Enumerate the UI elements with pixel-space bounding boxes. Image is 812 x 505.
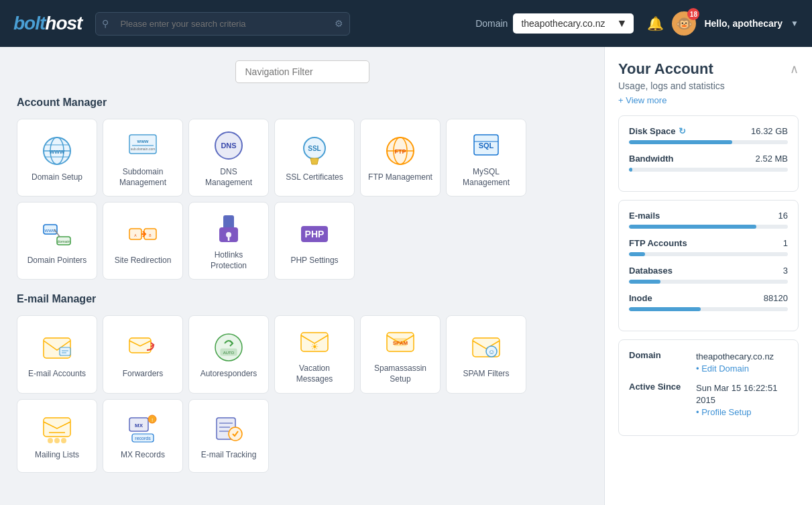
refresh-icon[interactable]: ↻	[679, 126, 686, 136]
domain-info-active-row: Active Since Sun Mar 15 16:22:51 2015 • …	[629, 382, 788, 417]
card-ssl-certificates[interactable]: SSL SSL Certificates	[274, 119, 355, 197]
svg-text:WWW: WWW	[50, 149, 65, 155]
svg-point-42	[215, 334, 242, 361]
svg-text:☺: ☺	[488, 348, 495, 355]
svg-text:AUTO: AUTO	[223, 351, 235, 355]
forwarder-icon	[127, 331, 159, 363]
card-vacation-messages[interactable]: ☀ Vacation Messages	[274, 315, 355, 393]
vacation-icon: ☀	[298, 326, 331, 358]
your-account-subtitle: Usage, logs and statistics	[618, 80, 799, 91]
card-email-accounts-label: E-mail Accounts	[28, 369, 86, 380]
domain-section: Domain theapothecary.co.nz ▼	[475, 13, 634, 34]
svg-text:☀: ☀	[310, 341, 319, 352]
edit-domain-link[interactable]: • Edit Domain	[696, 363, 774, 374]
inode-label: Inode	[629, 293, 652, 303]
domain-label: Domain	[475, 18, 508, 29]
card-dns-label: DNS Management	[196, 167, 262, 188]
domain-info-domain-value: theapothecary.co.nz	[696, 351, 774, 361]
spamfilter-icon: ☺	[470, 331, 502, 363]
databases-progress	[629, 280, 788, 284]
account-manager-title: Account Manager	[17, 97, 587, 109]
ftp-fill	[629, 252, 645, 256]
card-subdomain-management[interactable]: WWW sub.domain.com Subdomain Management	[103, 119, 183, 197]
card-email-tracking[interactable]: E-mail Tracking	[188, 399, 269, 473]
hotlink-icon	[213, 213, 245, 245]
card-domain-setup[interactable]: WWW Domain Setup	[17, 119, 97, 197]
svg-text:SQL: SQL	[479, 142, 494, 150]
counts-card: E-mails 16 FTP Accounts 1 Databases 3 In…	[618, 200, 799, 331]
inode-row: Inode 88120	[629, 293, 788, 303]
card-mailing-lists-label: Mailing Lists	[35, 450, 79, 461]
disk-space-fill	[629, 140, 732, 144]
search-input[interactable]	[95, 12, 350, 36]
card-site-redirection-label: Site Redirection	[115, 256, 172, 266]
databases-fill	[629, 280, 660, 284]
domain-select[interactable]: theapothecary.co.nz	[513, 13, 634, 34]
svg-text:WWW: WWW	[137, 139, 149, 144]
emails-label: E-mails	[629, 211, 660, 221]
card-forwarders[interactable]: Forwarders	[103, 315, 183, 393]
view-more-link[interactable]: + View more	[618, 95, 799, 105]
card-php-label: PHP Settings	[290, 256, 338, 266]
card-subdomain-label: Subdomain Management	[110, 167, 176, 188]
profile-setup-link[interactable]: • Profile Setup	[696, 407, 788, 417]
card-forwarders-label: Forwarders	[123, 369, 164, 380]
email-icon	[41, 331, 73, 363]
header-dropdown-icon[interactable]: ▼	[791, 19, 799, 28]
header-icons: 🔔 🐵 18 Hello, apothecary ▼	[647, 11, 799, 36]
domain-select-wrap: theapothecary.co.nz ▼	[513, 13, 634, 34]
account-manager-grid: WWW Domain Setup WWW sub.domain.com Subd…	[17, 119, 587, 280]
bell-icon[interactable]: 🔔	[647, 15, 664, 32]
tracking-icon	[213, 412, 245, 445]
bandwidth-progress	[629, 168, 788, 172]
card-mx-records-label: MX Records	[121, 450, 165, 461]
databases-label: Databases	[629, 266, 673, 276]
active-since-val-wrap: Sun Mar 15 16:22:51 2015 • Profile Setup	[696, 382, 788, 417]
sql-icon: SQL	[470, 129, 502, 162]
inode-fill	[629, 307, 701, 311]
disk-space-label: Disk Space ↻	[629, 126, 686, 136]
svg-marker-14	[310, 158, 318, 164]
card-mx-records[interactable]: MX records ! MX Records	[103, 399, 183, 473]
card-autoresponders[interactable]: AUTO Autoresponders	[188, 315, 269, 393]
card-spamassassin-label: Spamassassin Setup	[367, 363, 433, 384]
card-php-settings[interactable]: PHP PHP Settings	[274, 202, 355, 280]
search-icon: ⚲	[102, 18, 109, 29]
your-account-title: Your Account	[618, 60, 713, 78]
domain-info-domain-row: Domain theapothecary.co.nz • Edit Domain	[629, 350, 788, 374]
svg-text:records: records	[135, 436, 151, 441]
svg-point-57	[61, 438, 66, 443]
card-mailing-lists[interactable]: Mailing Lists	[17, 399, 97, 473]
databases-value: 3	[783, 266, 788, 276]
ftp-accounts-row: FTP Accounts 1	[629, 238, 788, 248]
sidebar-right: Your Account ∧ Usage, logs and statistic…	[604, 47, 812, 505]
collapse-icon[interactable]: ∧	[790, 62, 799, 76]
card-hotlinks-protection[interactable]: Hotlinks Protection	[188, 202, 269, 280]
card-spamassassin[interactable]: SPAM Spamassassin Setup	[360, 315, 441, 393]
svg-point-55	[48, 438, 53, 443]
card-spam-filters-label: SPAM Filters	[463, 369, 509, 380]
svg-point-56	[54, 438, 60, 443]
card-dns-management[interactable]: DNS DNS Management	[188, 119, 269, 197]
card-ftp-label: FTP Management	[368, 172, 432, 183]
card-email-accounts[interactable]: E-mail Accounts	[17, 315, 97, 393]
card-ftp-management[interactable]: FTP FTP Management	[360, 119, 441, 197]
gear-icon[interactable]: ⚙	[335, 18, 343, 29]
avatar-wrap[interactable]: 🐵 18	[672, 11, 696, 36]
domain-info-card: Domain theapothecary.co.nz • Edit Domain…	[618, 339, 799, 436]
header: bolthost ⚲ ⚙ Domain theapothecary.co.nz …	[0, 0, 812, 47]
card-domain-pointers[interactable]: WWW domain Domain Pointers	[17, 202, 97, 280]
search-wrapper: ⚲ ⚙	[95, 12, 350, 36]
logo: bolthost	[13, 13, 82, 34]
databases-row: Databases 3	[629, 266, 788, 276]
svg-text:domain: domain	[57, 239, 70, 243]
nav-filter-input[interactable]	[235, 60, 369, 83]
bandwidth-fill	[629, 168, 632, 172]
card-site-redirection[interactable]: A B Site Redirection	[103, 202, 183, 280]
svg-text:FTP: FTP	[395, 148, 406, 155]
svg-text:!: !	[152, 417, 153, 423]
disk-space-progress	[629, 140, 788, 144]
card-spam-filters[interactable]: ☺ SPAM Filters	[446, 315, 526, 393]
ftp-progress	[629, 252, 788, 256]
card-mysql-management[interactable]: SQL MySQL Management	[446, 119, 526, 197]
